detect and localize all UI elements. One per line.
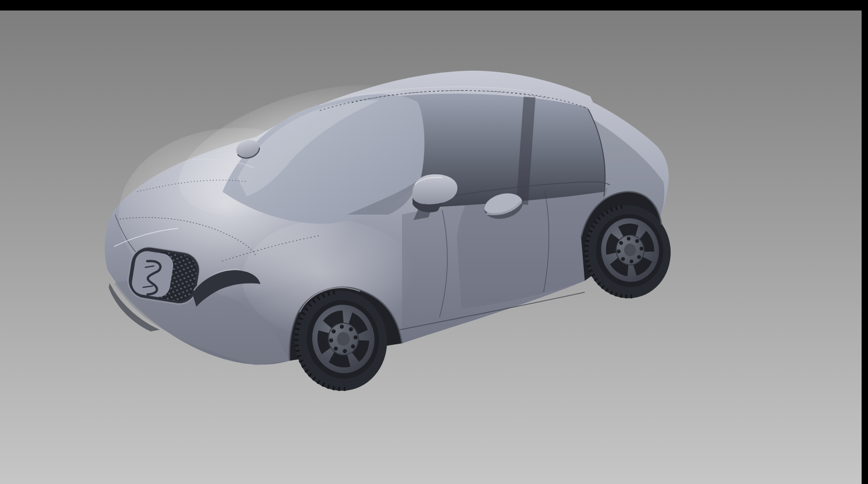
- render-canvas[interactable]: [0, 0, 868, 484]
- viewport-3d[interactable]: [0, 0, 868, 484]
- top-black-bar: [0, 0, 868, 11]
- right-black-strip: [862, 0, 868, 484]
- cad-window: [0, 0, 868, 484]
